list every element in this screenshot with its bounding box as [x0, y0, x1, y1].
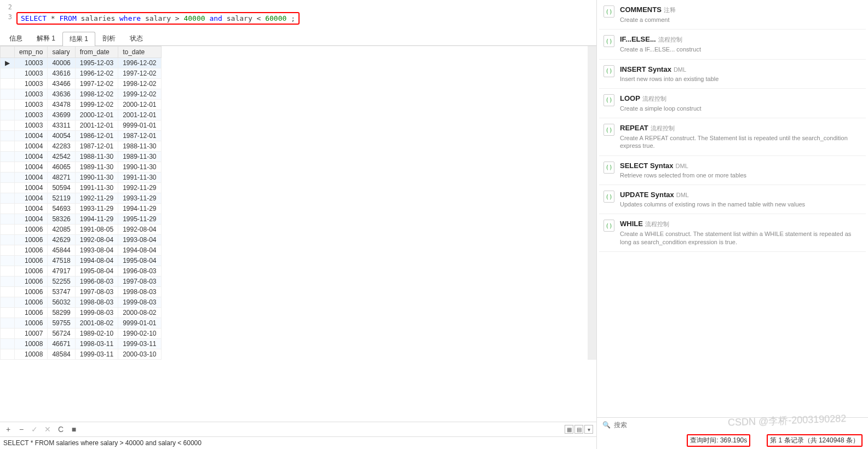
- table-row[interactable]: 10006475181994-08-041995-08-04: [1, 256, 162, 266]
- apply-button[interactable]: ✓: [30, 424, 39, 434]
- snippet-icon: (): [603, 35, 614, 47]
- tab-4[interactable]: 状态: [123, 31, 150, 45]
- table-row[interactable]: 10004482711990-11-301991-11-30: [1, 172, 162, 183]
- table-row[interactable]: 10003436992000-12-012001-12-01: [1, 110, 162, 120]
- result-tabs: 信息解释 1结果 1剖析状态: [0, 31, 596, 46]
- refresh-button[interactable]: C: [56, 424, 66, 434]
- col-from_date[interactable]: from_date: [75, 47, 118, 58]
- snippet-desc: Create a comment: [620, 16, 676, 24]
- query-time-label: 查询时间: 369.190s: [687, 434, 750, 447]
- snippet-tag: DML: [676, 192, 689, 198]
- search-icon: 🔍: [602, 421, 611, 429]
- snippet-tag: 流程控制: [642, 95, 666, 102]
- col-to_date[interactable]: to_date: [118, 47, 161, 58]
- table-row[interactable]: 10006537471997-08-031998-08-03: [1, 287, 162, 297]
- table-row[interactable]: ▶10003400061995-12-031996-12-02: [1, 58, 162, 68]
- snippet-title: COMMENTS注释: [620, 5, 676, 14]
- scrollbar-vertical[interactable]: [588, 46, 596, 360]
- snippet-desc: Updates columns of existing rows in the …: [620, 200, 805, 208]
- sql-statement-box[interactable]: SELECT * FROM salaries where salary > 40…: [16, 12, 300, 25]
- snippet-item[interactable]: ()INSERT SyntaxDMLInsert new rows into a…: [599, 60, 866, 89]
- view-more-icon[interactable]: ▾: [584, 425, 593, 434]
- table-row[interactable]: 10004546931993-11-291994-11-29: [1, 204, 162, 214]
- view-grid-icon[interactable]: ▦: [565, 425, 573, 434]
- snippet-tag: 流程控制: [658, 36, 682, 43]
- delete-row-button[interactable]: −: [16, 424, 26, 434]
- snippet-title: REPEAT流程控制: [620, 124, 861, 133]
- table-row[interactable]: 10004460651989-11-301990-11-30: [1, 162, 162, 172]
- table-row[interactable]: 10003436161996-12-021997-12-02: [1, 68, 162, 79]
- table-row[interactable]: 10007567241989-02-101990-02-10: [1, 329, 162, 339]
- kw-where: where: [119, 14, 141, 22]
- snippet-desc: Retrieve rows selected from one or more …: [620, 171, 746, 179]
- gutter-line-2: 2: [0, 2, 16, 12]
- snippet-title: SELECT SyntaxDML: [620, 162, 746, 170]
- snippet-item[interactable]: ()COMMENTS注释Create a comment: [599, 0, 866, 30]
- gutter-line-3: 3: [0, 12, 16, 22]
- snippet-tag: 流程控制: [645, 221, 669, 227]
- grid-toolbar: + − ✓ ✕ C ■ ▦ ▤ ▾: [0, 422, 596, 437]
- view-form-icon[interactable]: ▤: [574, 425, 583, 434]
- table-row[interactable]: 10004422831987-12-011988-11-30: [1, 141, 162, 152]
- table-row[interactable]: 10006582991999-08-032000-08-02: [1, 308, 162, 318]
- snippet-desc: Insert new rows into an existing table: [620, 75, 718, 83]
- table-row[interactable]: 10004583261994-11-291995-11-29: [1, 214, 162, 225]
- snippet-icon: (): [603, 65, 614, 77]
- table-row[interactable]: 10004425421988-11-301989-11-30: [1, 152, 162, 162]
- table-row[interactable]: 10003434781999-12-022000-12-01: [1, 100, 162, 110]
- sql-editor[interactable]: 2 3 SELECT * FROM salaries where salary …: [0, 0, 596, 31]
- snippet-item[interactable]: ()REPEAT流程控制Create A REPEAT construct. T…: [599, 118, 866, 156]
- table-row[interactable]: 10006426291992-08-041993-08-04: [1, 235, 162, 245]
- table-row[interactable]: 10003434661997-12-021998-12-02: [1, 79, 162, 89]
- snippet-desc: Create A REPEAT construct. The Statement…: [620, 134, 861, 150]
- stop-button[interactable]: ■: [69, 424, 79, 434]
- tab-3[interactable]: 剖析: [95, 31, 123, 45]
- snippet-desc: Create a simple loop construct: [620, 105, 702, 112]
- tab-0[interactable]: 信息: [2, 31, 30, 45]
- table-row[interactable]: 10006560321998-08-031999-08-03: [1, 297, 162, 308]
- table-row[interactable]: 10008485841999-03-112000-03-10: [1, 349, 162, 360]
- snippet-title: LOOP流程控制: [620, 94, 702, 103]
- table-row[interactable]: 10004505941991-11-301992-11-29: [1, 183, 162, 193]
- table-row[interactable]: 10003436361998-12-021999-12-02: [1, 89, 162, 100]
- snippet-tag: 注释: [664, 7, 676, 13]
- table-row[interactable]: 10006597552001-08-029999-01-01: [1, 318, 162, 329]
- tab-1[interactable]: 解释 1: [30, 31, 62, 45]
- search-input[interactable]: [614, 421, 863, 429]
- table-row[interactable]: 10004400541986-12-011987-12-01: [1, 131, 162, 141]
- snippet-icon: (): [603, 220, 614, 232]
- snippet-item[interactable]: ()IF...ELSE...流程控制Create a IF...ELSE... …: [599, 30, 866, 59]
- snippet-title: WHILE流程控制: [620, 220, 861, 228]
- status-bar: SELECT * FROM salaries where salary > 40…: [0, 437, 596, 449]
- snippet-tag: DML: [676, 163, 688, 169]
- snippet-list[interactable]: ()COMMENTS注释Create a comment()IF...ELSE.…: [597, 0, 868, 417]
- snippet-desc: Create a IF...ELSE... construct: [620, 45, 701, 53]
- snippet-item[interactable]: ()UPDATE SyntaxDMLUpdates columns of exi…: [599, 185, 866, 214]
- table-row[interactable]: 10006522551996-08-031997-08-03: [1, 277, 162, 287]
- snippet-tag: 流程控制: [651, 125, 675, 131]
- snippet-icon: (): [603, 162, 614, 174]
- table-row[interactable]: 10006420851991-08-051992-08-04: [1, 225, 162, 235]
- table-row[interactable]: 10006479171995-08-041996-08-03: [1, 266, 162, 277]
- snippet-item[interactable]: ()LOOP流程控制Create a simple loop construct: [599, 89, 866, 118]
- snippet-title: UPDATE SyntaxDML: [620, 191, 805, 199]
- col-emp_no[interactable]: emp_no: [15, 47, 48, 58]
- snippet-icon: (): [603, 191, 614, 203]
- table-row[interactable]: 10004521191992-11-291993-11-29: [1, 193, 162, 204]
- table-row[interactable]: 10008466711998-03-111999-03-11: [1, 339, 162, 349]
- kw-select: SELECT: [21, 14, 47, 22]
- snippet-icon: (): [603, 94, 614, 106]
- add-row-button[interactable]: +: [3, 424, 13, 434]
- result-grid[interactable]: emp_nosalaryfrom_dateto_date▶10003400061…: [0, 46, 596, 422]
- tab-2[interactable]: 结果 1: [62, 32, 95, 46]
- snippet-item[interactable]: ()SELECT SyntaxDMLRetrieve rows selected…: [599, 156, 866, 185]
- status-sql-text: SELECT * FROM salaries where salary > 40…: [3, 439, 202, 447]
- table-row[interactable]: 10003433112001-12-019999-01-01: [1, 120, 162, 131]
- cancel-button[interactable]: ✕: [43, 424, 53, 434]
- snippet-icon: (): [603, 124, 614, 136]
- kw-from: FROM: [59, 14, 76, 22]
- table-row[interactable]: 10006458441993-08-041994-08-04: [1, 245, 162, 256]
- snippet-item[interactable]: ()WHILE流程控制Create a WHILE construct. The…: [599, 214, 866, 252]
- snippet-desc: Create a WHILE construct. The statement …: [620, 230, 861, 246]
- col-salary[interactable]: salary: [48, 47, 75, 58]
